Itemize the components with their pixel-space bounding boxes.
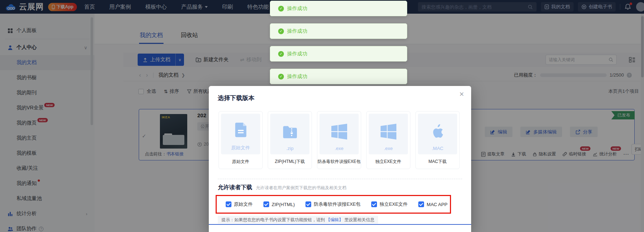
allow-heading: 允许读者下载 bbox=[218, 184, 252, 191]
checkbox-label: ZIP(HTML) bbox=[272, 202, 295, 207]
download-version-modal: × 选择下载版本 原始文件 原始文件 .zip ZIP bbox=[209, 86, 471, 232]
apple-icon bbox=[431, 123, 445, 141]
toast-message: 操作成功 bbox=[287, 51, 307, 57]
checkbox-checked-icon[interactable] bbox=[263, 201, 269, 207]
toast-message: 操作成功 bbox=[287, 5, 307, 12]
checkbox-checked-icon[interactable] bbox=[305, 201, 311, 207]
tip-edit-link[interactable]: 【编辑】 bbox=[326, 217, 343, 223]
download-options: 原始文件 原始文件 .zip ZIP(HTML)下载 .ex bbox=[218, 111, 460, 169]
success-toast: ✓ 操作成功 bbox=[270, 23, 407, 39]
checkbox-mac-app[interactable]: MAC APP bbox=[418, 201, 447, 207]
option-caption: 独立EXE文件 bbox=[367, 159, 410, 165]
zip-folder-icon bbox=[282, 124, 298, 141]
windows-icon bbox=[381, 124, 396, 141]
option-panel: .MAC bbox=[418, 114, 457, 154]
close-icon[interactable]: × bbox=[459, 90, 464, 98]
dashed-divider bbox=[218, 179, 462, 179]
option-panel: 原始文件 bbox=[221, 114, 260, 154]
toast-message: 操作成功 bbox=[287, 28, 307, 35]
checkbox-antivirus-exe[interactable]: 防杀毒软件误报EXE包 bbox=[305, 201, 360, 208]
tip-bar: 提示：如果想在您的电子书内设置下载功能按钮，请到 【编辑】 里设置相关信息 bbox=[218, 216, 378, 224]
checkbox-standalone-exe[interactable]: 独立EXE文件 bbox=[371, 201, 408, 208]
allow-download-section: 允许读者下载 允许读者在用户案例页下载您的书籍及相关文档 bbox=[218, 184, 346, 191]
allow-checkboxes-highlight: 原始文件 ZIP(HTML) 防杀毒软件误报EXE包 独立EXE文件 MAC A… bbox=[216, 195, 451, 214]
option-antivirus-exe[interactable]: .exe 防杀毒软件误报EXE包 bbox=[317, 111, 361, 169]
option-tag: .exe bbox=[384, 146, 393, 151]
checkbox-label: 原始文件 bbox=[234, 201, 253, 208]
option-mac[interactable]: .MAC MAC下载 bbox=[415, 111, 460, 169]
option-zip[interactable]: .zip ZIP(HTML)下载 bbox=[268, 111, 312, 169]
option-panel: .exe bbox=[369, 114, 408, 154]
toast-message: 操作成功 bbox=[287, 73, 307, 80]
option-panel: .zip bbox=[270, 114, 309, 154]
success-check-icon: ✓ bbox=[278, 51, 284, 57]
tip-text: 里设置相关信息 bbox=[344, 217, 374, 223]
option-tag: .MAC bbox=[432, 146, 443, 151]
success-check-icon: ✓ bbox=[278, 6, 284, 12]
app-window: 云展网 下载App 首页 用户案例 模板中心 产品服务 印刷 特色功能 我的文档 bbox=[0, 0, 644, 232]
checkbox-original-file[interactable]: 原始文件 bbox=[226, 201, 253, 208]
tip-text: 提示：如果想在您的电子书内设置下载功能按钮，请到 bbox=[221, 217, 325, 223]
checkbox-checked-icon[interactable] bbox=[371, 201, 377, 207]
option-caption: 防杀毒软件误报EXE包 bbox=[317, 159, 361, 165]
option-standalone-exe[interactable]: .exe 独立EXE文件 bbox=[366, 111, 410, 169]
checkbox-zip-html[interactable]: ZIP(HTML) bbox=[263, 201, 295, 207]
modal-divider bbox=[209, 224, 471, 225]
success-check-icon: ✓ bbox=[278, 74, 284, 79]
option-caption: MAC下载 bbox=[416, 159, 459, 165]
checkbox-label: 独立EXE文件 bbox=[380, 201, 408, 208]
option-caption: ZIP(HTML)下载 bbox=[268, 159, 312, 165]
windows-icon bbox=[331, 124, 347, 141]
success-check-icon: ✓ bbox=[278, 28, 284, 34]
checkbox-label: 防杀毒软件误报EXE包 bbox=[314, 201, 360, 208]
file-icon bbox=[233, 122, 248, 140]
option-tag: .zip bbox=[286, 146, 293, 151]
option-caption: 原始文件 bbox=[219, 159, 262, 165]
checkbox-label: MAC APP bbox=[427, 202, 447, 207]
checkbox-checked-icon[interactable] bbox=[226, 201, 231, 207]
checkbox-checked-icon[interactable] bbox=[418, 201, 424, 207]
option-tag: .exe bbox=[335, 146, 344, 151]
allow-description: 允许读者在用户案例页下载您的书籍及相关文档 bbox=[256, 185, 346, 191]
success-toast: ✓ 操作成功 bbox=[270, 1, 407, 16]
option-original-file[interactable]: 原始文件 原始文件 bbox=[218, 111, 263, 169]
success-toast: ✓ 操作成功 bbox=[270, 46, 407, 62]
option-tag: 原始文件 bbox=[231, 145, 250, 151]
option-panel: .exe bbox=[319, 114, 359, 154]
modal-title: 选择下载版本 bbox=[218, 94, 254, 102]
success-toast: ✓ 操作成功 bbox=[270, 69, 407, 84]
